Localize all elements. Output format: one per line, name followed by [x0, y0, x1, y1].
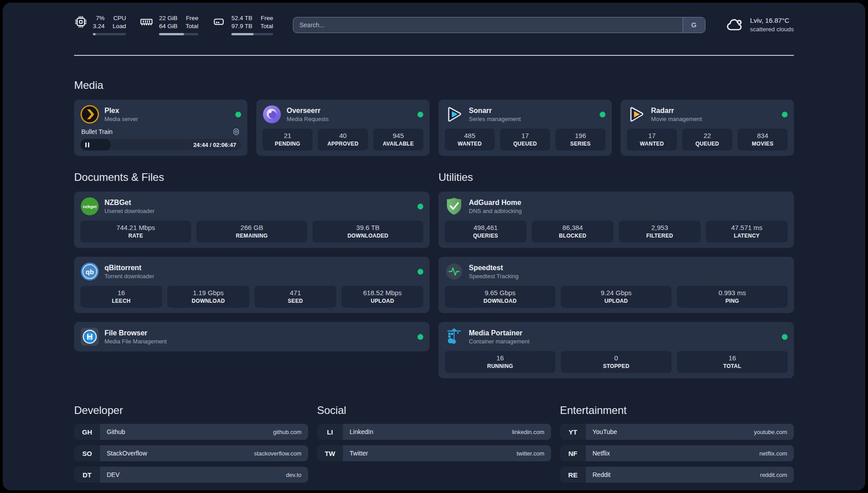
- bookmark-tag: RE: [560, 467, 586, 483]
- app-card-portainer[interactable]: Media Portainer Container management 16R…: [438, 322, 794, 378]
- app-card-filebrowser[interactable]: File Browser Media File Management: [74, 322, 430, 351]
- stat-upload: 9.24 GbpsUPLOAD: [561, 286, 672, 308]
- app-name: NZBGet: [104, 198, 154, 207]
- cpu-widget: 7% 3.24 CPU Load: [74, 14, 126, 35]
- weather-condition: scattered clouds: [750, 25, 794, 34]
- bookmark-tag: TW: [317, 445, 343, 461]
- cloud-icon: [725, 17, 744, 33]
- speedtest-icon: [445, 262, 463, 281]
- status-dot: [782, 334, 788, 340]
- plex-icon: [80, 105, 99, 124]
- app-card-sonarr[interactable]: Sonarr Series management 485WANTED 17QUE…: [438, 100, 612, 156]
- adguard-icon: [445, 197, 463, 216]
- qbittorrent-icon: qb: [80, 262, 99, 281]
- top-bar: 7% 3.24 CPU Load: [74, 3, 794, 35]
- status-dot: [417, 334, 423, 340]
- stat-wanted: 485WANTED: [445, 129, 495, 150]
- bookmark-netflix[interactable]: NF Netflix netflix.com: [560, 445, 794, 461]
- app-card-nzbget[interactable]: nzbget NZBGet Usenet downloader 74: [74, 192, 430, 248]
- bookmark-group-entertainment: Entertainment YT YouTube youtube.com NF …: [560, 404, 794, 488]
- section-title-entertainment: Entertainment: [560, 404, 794, 417]
- stat-available: 945AVAILABLE: [373, 129, 423, 150]
- app-card-plex[interactable]: Plex Media server Bullet Train: [74, 100, 247, 156]
- search-engine-button[interactable]: G: [683, 17, 705, 33]
- app-desc: Media server: [104, 115, 138, 123]
- bookmark-url: github.com: [273, 429, 301, 435]
- bookmark-reddit[interactable]: RE Reddit reddit.com: [560, 467, 794, 483]
- disk-progress-bar: [231, 33, 273, 35]
- playback-progress-bar[interactable]: 24:44 / 02:06:47: [80, 139, 241, 150]
- section-title-utilities: Utilities: [438, 171, 794, 184]
- search-input[interactable]: [293, 17, 705, 33]
- bookmark-url: youtube.com: [754, 429, 787, 435]
- cpu-load-value: 3.24: [93, 22, 104, 30]
- pause-icon[interactable]: [85, 142, 89, 147]
- gear-icon[interactable]: [232, 128, 240, 136]
- bookmark-stackoverflow[interactable]: SO StackOverflow stackoverflow.com: [74, 445, 308, 461]
- stat-approved: 40APPROVED: [318, 129, 368, 150]
- app-desc: Series management: [469, 115, 521, 123]
- status-dot: [782, 112, 788, 117]
- app-desc: Media Requests: [287, 115, 329, 123]
- section-title-media: Media: [74, 79, 794, 92]
- app-name: Radarr: [651, 106, 702, 115]
- status-dot: [417, 112, 423, 117]
- stat-remaining: 266 GBREMAINING: [196, 221, 307, 242]
- disk-free-value: 52.4 TB: [231, 14, 252, 22]
- weather-widget: Lviv, 16.87°C scattered clouds: [725, 16, 794, 34]
- bookmark-twitter[interactable]: TW Twitter twitter.com: [317, 445, 551, 461]
- memory-free-label: Free: [186, 14, 199, 22]
- bookmark-name: Netflix: [593, 450, 610, 457]
- app-name: AdGuard Home: [469, 198, 522, 207]
- cpu-load-label: Load: [113, 22, 126, 30]
- stat-leech: 16LEECH: [80, 286, 162, 308]
- bookmark-tag: SO: [74, 445, 100, 461]
- app-card-speedtest[interactable]: Speedtest Speedtest Tracking 9.65 GbpsDO…: [438, 257, 794, 313]
- bookmark-name: DEV: [107, 471, 120, 478]
- app-card-qbittorrent[interactable]: qb qBittorrent Torrent downloader: [74, 257, 430, 313]
- stat-queued: 17QUEUED: [500, 129, 550, 150]
- stat-stopped: 0STOPPED: [561, 351, 672, 373]
- bookmark-name: Twitter: [350, 450, 368, 457]
- stat-latency: 47.571 msLATENCY: [706, 221, 788, 242]
- app-card-overseerr[interactable]: Overseerr Media Requests 21PENDING 40APP…: [256, 100, 430, 156]
- bookmark-dev[interactable]: DT DEV dev.to: [74, 467, 308, 483]
- disk-total-value: 97.9 TB: [231, 22, 252, 30]
- bookmark-url: netflix.com: [760, 450, 787, 457]
- bookmark-group-social: Social LI LinkedIn linkedin.com TW Twitt…: [317, 404, 551, 488]
- stat-running: 16RUNNING: [445, 351, 555, 373]
- sonarr-icon: [445, 105, 463, 124]
- stat-wanted: 17WANTED: [627, 129, 677, 150]
- app-card-adguard[interactable]: AdGuard Home DNS and adblocking 498,461Q…: [438, 192, 794, 248]
- stat-blocked: 86,384BLOCKED: [532, 221, 613, 242]
- overseerr-icon: [263, 105, 281, 124]
- app-desc: Torrent downloader: [104, 272, 154, 280]
- disk-free-label: Free: [260, 14, 273, 22]
- app-name: File Browser: [104, 329, 167, 338]
- memory-total-value: 64 GiB: [159, 22, 177, 30]
- app-card-radarr[interactable]: Radarr Movie management 17WANTED 22QUEUE…: [621, 100, 794, 156]
- bookmark-linkedin[interactable]: LI LinkedIn linkedin.com: [317, 424, 551, 440]
- stat-queued: 22QUEUED: [682, 129, 732, 150]
- bookmark-url: reddit.com: [760, 472, 787, 478]
- stat-rate: 744.21 MbpsRATE: [80, 221, 191, 242]
- app-desc: DNS and adblocking: [469, 207, 522, 215]
- app-desc: Movie management: [651, 115, 702, 123]
- bookmark-youtube[interactable]: YT YouTube youtube.com: [560, 424, 794, 440]
- svg-text:nzbget: nzbget: [83, 204, 97, 209]
- memory-total-label: Total: [186, 22, 199, 30]
- stat-download: 1.19 GbpsDOWNLOAD: [167, 286, 249, 308]
- radarr-icon: [627, 105, 646, 124]
- svg-text:qb: qb: [86, 268, 94, 276]
- bookmark-tag: NF: [560, 445, 586, 461]
- bookmark-tag: LI: [317, 424, 343, 440]
- bookmark-github[interactable]: GH Github github.com: [74, 424, 308, 440]
- stat-ping: 0.993 msPING: [677, 286, 788, 308]
- bookmark-name: Github: [107, 428, 125, 435]
- app-name: qBittorrent: [104, 263, 154, 272]
- stat-filtered: 2,953FILTERED: [619, 221, 701, 242]
- app-name: Plex: [104, 106, 138, 115]
- now-playing-title: Bullet Train: [81, 128, 113, 135]
- stat-downloaded: 39.6 TBDOWNLOADED: [313, 221, 423, 242]
- disk-widget: 52.4 TB 97.9 TB Free Total: [212, 14, 273, 35]
